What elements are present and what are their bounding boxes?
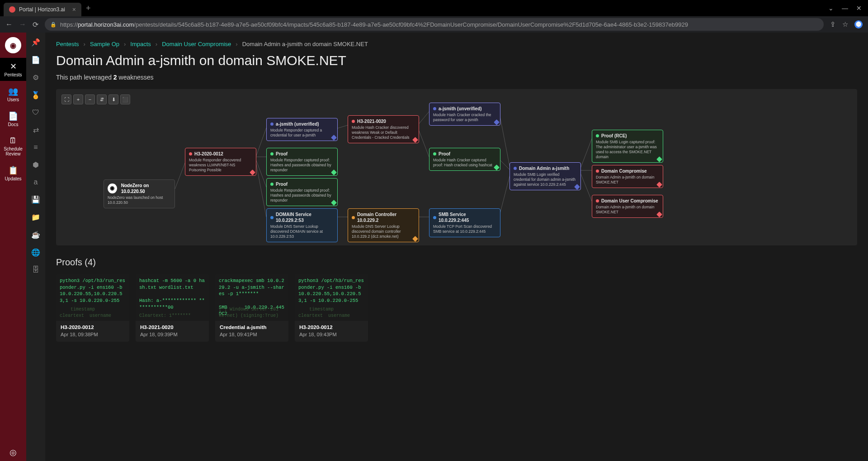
app-logo[interactable]: ◉ — [5, 37, 21, 53]
url-text: https://portal.horizon3ai.com/pentests/d… — [60, 21, 688, 28]
pentests-icon: ✕ — [10, 61, 17, 71]
node-domain-admin[interactable]: Domain Admin a-jsmithModule SMB Login ve… — [509, 162, 581, 190]
crumb-sample-op[interactable]: Sample Op — [90, 41, 119, 47]
node-proof-3[interactable]: ProofModule Hash Cracker captured proof:… — [429, 148, 500, 171]
node-domain-service[interactable]: DOMAIN Service 10.0.229.2:53Module DNS S… — [266, 208, 338, 242]
node-weakness-h3-2021-0020[interactable]: H3-2021-0020Module Hash Cracker discover… — [348, 115, 419, 143]
proof-title: H3-2021-0020 — [140, 325, 204, 330]
shield-icon[interactable]: 🛡 — [32, 108, 39, 117]
terminal-output: python3 /opt/h3/run_responder.py -i ens1… — [56, 274, 129, 321]
graph-toolbar: ⛶ + − ⇵ ⬇ ⬛ — [61, 94, 852, 104]
crumb-pentests[interactable]: Pentests — [56, 41, 79, 47]
new-tab-button[interactable]: + — [81, 4, 95, 13]
zoom-out-button[interactable]: − — [85, 94, 95, 104]
download-button[interactable]: ⬇ — [108, 94, 118, 104]
node-credential-unverified-1[interactable]: a-jsmith (unverified)Module Responder ca… — [266, 118, 338, 141]
proof-card[interactable]: crackmapexec smb 10.0.229.2 -u a-jsmith … — [215, 274, 288, 342]
nav-schedule-review[interactable]: 🗓Schedule Review — [0, 132, 26, 160]
node-domain-controller[interactable]: Domain Controller 10.0.229.2Module DNS S… — [348, 208, 419, 242]
url-input[interactable]: 🔒 https://portal.horizon3ai.com/pentests… — [45, 18, 824, 31]
node-proof-rce[interactable]: Proof (RCE)Module SMB Login captured pro… — [592, 130, 663, 163]
terminal-output: hashcat -m 5600 -a 0 hash.txt wordlist.t… — [136, 274, 209, 321]
layout-button[interactable]: ⇵ — [97, 94, 107, 104]
proof-card[interactable]: hashcat -m 5600 -a 0 hash.txt wordlist.t… — [136, 274, 209, 342]
address-bar: ← → ⟳ 🔒 https://portal.horizon3ai.com/pe… — [0, 16, 868, 33]
close-window-icon[interactable]: ✕ — [856, 5, 862, 12]
node-credential-unverified-2[interactable]: a-jsmith (unverified)Module Hash Cracker… — [429, 103, 500, 126]
medal-icon[interactable]: 🏅 — [31, 91, 40, 99]
proof-card[interactable]: python3 /opt/h3/run_responder.py -i ens1… — [295, 274, 368, 342]
docs-icon: 📄 — [8, 111, 18, 121]
users-icon: 👥 — [8, 86, 18, 96]
chevron-down-icon[interactable]: ⌄ — [828, 5, 834, 12]
nav-users[interactable]: 👥Users — [0, 83, 26, 106]
proof-date: Apr 18, 09:38PM — [61, 332, 125, 337]
node-domain-compromise[interactable]: Domain CompromiseDomain Admin a-jsmith o… — [592, 165, 663, 188]
attack-path-graph: ⛶ + − ⇵ ⬇ ⬛ — [56, 89, 857, 245]
coffee-icon[interactable]: ☕ — [31, 230, 40, 239]
favicon-icon — [9, 6, 15, 13]
amazon-icon[interactable]: a — [34, 178, 38, 186]
star-icon[interactable]: ☆ — [842, 20, 848, 28]
nav-pentests[interactable]: ✕Pentests — [0, 58, 26, 81]
node-domain-user-compromise[interactable]: Domain User CompromiseDomain Admin a-jsm… — [592, 195, 663, 218]
swap-icon[interactable]: ⇄ — [33, 126, 39, 134]
nav-bottom[interactable]: ◎ — [0, 444, 26, 461]
proof-date: Apr 18, 09:43PM — [299, 332, 363, 337]
window-controls: ⌄ ― ✕ — [828, 5, 868, 12]
proof-title: H3-2020-0012 — [299, 325, 363, 330]
proof-date: Apr 18, 09:39PM — [140, 332, 204, 337]
pin-icon[interactable]: 📌 — [31, 38, 40, 47]
list-icon[interactable]: ≡ — [33, 143, 38, 151]
server-icon[interactable]: 🗄 — [32, 266, 39, 274]
page-title: Domain Admin a-jsmith on domain SMOKE.NE… — [56, 53, 857, 68]
page-subtitle: This path leveraged 2 weaknesses — [56, 74, 857, 81]
forward-icon[interactable]: → — [19, 20, 26, 29]
proofs-grid: python3 /opt/h3/run_responder.py -i ens1… — [56, 274, 857, 342]
cube-icon[interactable]: ⬢ — [33, 160, 39, 169]
browser-tab[interactable]: Portal | Horizon3.ai × — [4, 3, 81, 16]
reload-icon[interactable]: ⟳ — [33, 20, 38, 29]
back-icon[interactable]: ← — [5, 20, 13, 29]
tab-title: Portal | Horizon3.ai — [19, 6, 65, 13]
proof-title: H3-2020-0012 — [61, 325, 125, 330]
calendar-icon: 🗓 — [9, 136, 17, 146]
secondary-nav: 📌 📄 ⚙ 🏅 🛡 ⇄ ≡ ⬢ a 💾 📁 ☕ 🌐 🗄 — [26, 33, 45, 461]
fit-button[interactable]: ⛶ — [61, 94, 71, 104]
zoom-in-button[interactable]: + — [73, 94, 83, 104]
target-icon: ◎ — [9, 447, 17, 457]
toggle-button[interactable]: ⬛ — [120, 94, 130, 104]
node-nodezero[interactable]: ◉NodeZero on 10.0.220.50 NodeZero was la… — [104, 179, 175, 208]
close-icon[interactable]: × — [72, 6, 76, 13]
breadcrumb: Pentests› Sample Op› Impacts› Domain Use… — [56, 41, 857, 47]
globe-icon[interactable]: 🌐 — [31, 248, 40, 257]
file-icon[interactable]: 📁 — [31, 213, 40, 221]
main-content: Pentests› Sample Op› Impacts› Domain Use… — [45, 33, 868, 461]
nodezero-icon: ◉ — [108, 183, 117, 193]
node-smb-service[interactable]: SMB Service 10.0.229.2:445Module TCP Por… — [429, 208, 500, 237]
minimize-icon[interactable]: ― — [842, 5, 848, 12]
terminal-output: crackmapexec smb 10.0.229.2 -u a-jsmith … — [215, 274, 288, 321]
proof-card[interactable]: python3 /opt/h3/run_responder.py -i ens1… — [56, 274, 129, 342]
gear-icon[interactable]: ⚙ — [33, 73, 39, 82]
proofs-heading: Proofs (4) — [56, 257, 857, 268]
node-proof-1[interactable]: ProofModule Responder captured proof: Ha… — [266, 148, 338, 176]
node-weakness-h3-2020-0012[interactable]: H3-2020-0012Module Responder discovered … — [185, 148, 256, 176]
tab-bar: Portal | Horizon3.ai × + ⌄ ― ✕ — [0, 0, 868, 16]
primary-nav: ◉ ✕Pentests 👥Users 📄Docs 🗓Schedule Revie… — [0, 33, 26, 461]
nav-docs[interactable]: 📄Docs — [0, 108, 26, 131]
lock-icon: 🔒 — [50, 22, 57, 28]
share-icon[interactable]: ⇪ — [830, 20, 836, 28]
terminal-output: python3 /opt/h3/run_responder.py -i ens1… — [295, 274, 368, 321]
clipboard-icon: 📋 — [8, 165, 18, 175]
proof-date: Apr 18, 09:41PM — [220, 332, 284, 337]
disk-icon[interactable]: 💾 — [31, 195, 40, 204]
node-proof-2[interactable]: ProofModule Responder captured proof: Ha… — [266, 178, 338, 206]
nav-updates[interactable]: 📋Updates — [0, 162, 26, 185]
extension-icon[interactable]: ⓿ — [854, 20, 863, 28]
crumb-impacts[interactable]: Impacts — [130, 41, 151, 47]
browser-chrome: Portal | Horizon3.ai × + ⌄ ― ✕ ← → ⟳ 🔒 h… — [0, 0, 868, 33]
proof-title: Credential a-jsmith — [220, 325, 284, 330]
page-icon[interactable]: 📄 — [31, 56, 40, 64]
crumb-domain-user-compromise[interactable]: Domain User Compromise — [162, 41, 231, 47]
